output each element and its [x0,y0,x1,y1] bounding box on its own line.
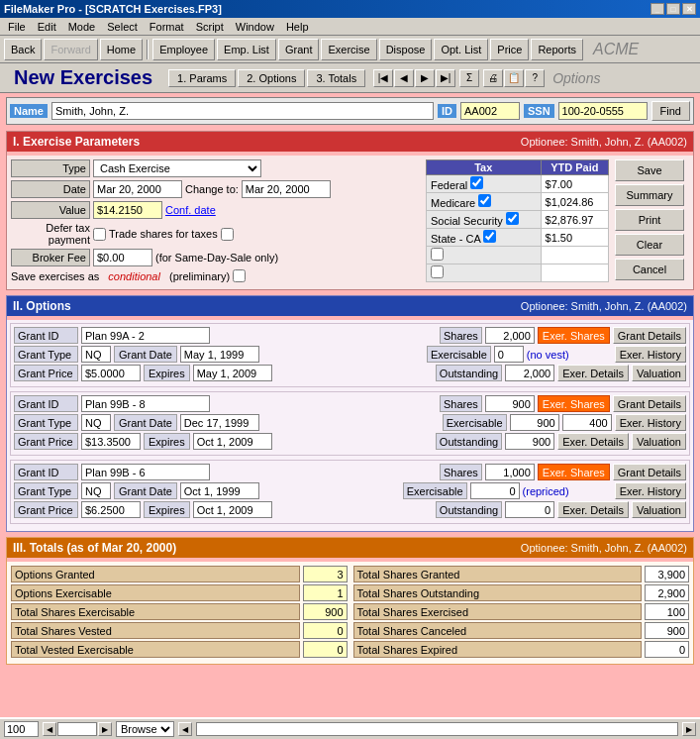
find-button[interactable]: Find [651,101,690,121]
sigma-btn[interactable]: Σ [459,69,479,87]
broker-label: Broker Fee [11,249,90,266]
trade-checkbox[interactable] [221,228,234,241]
grant-button[interactable]: Grant [278,39,320,60]
grant1-valuation-btn[interactable]: Valuation [632,365,686,381]
value-input[interactable] [93,201,162,219]
grant2-exer-details-btn[interactable]: Exer. Details [557,433,629,450]
toolbar: Back Forward Home Employee Emp. List Gra… [0,36,700,63]
extra2-checkbox[interactable] [431,265,444,278]
nav-first[interactable]: |◀ [373,69,393,87]
tab-params[interactable]: 1. Params [168,69,236,87]
forward-button[interactable]: Forward [44,39,97,60]
conf-date-label[interactable]: Conf. date [165,204,216,216]
grant1-expires-label: Expires [144,365,190,381]
main-content: Name ID SSN Find I. Exercise Parameters … [0,93,700,739]
horizontal-scrollbar[interactable] [196,722,678,736]
grant1-details-btn[interactable]: Grant Details [613,327,686,344]
grant3-exercisable-value: 0 [470,482,520,499]
grant3-id-value: Plan 99B - 6 [81,464,210,480]
nav-prev[interactable]: ◀ [394,69,414,87]
dispose-button[interactable]: Dispose [379,39,433,60]
menu-edit[interactable]: Edit [32,20,62,34]
summary-button[interactable]: Summary [615,184,684,206]
vested-exercisable-row: Total Vested Exercisable 0 [11,641,348,658]
menu-script[interactable]: Script [190,20,230,34]
save-button[interactable]: Save [615,159,684,181]
grant3-exer-shares-btn[interactable]: Exer. Shares [538,464,610,480]
grant2-valuation-btn[interactable]: Valuation [632,433,686,450]
tab-totals[interactable]: 3. Totals [307,69,365,87]
value-label: Value [11,201,90,219]
grant1-price-label: Grant Price [14,365,78,381]
print-button[interactable]: Print [615,209,684,231]
totals-body: Options Granted 3 Options Exercisable 1 … [7,562,693,664]
reports-button[interactable]: Reports [531,39,583,60]
grant2-price-value: $13.3500 [81,433,141,450]
zoom-out-btn[interactable]: ◀ [43,722,56,736]
optlist-button[interactable]: Opt. List [434,39,488,60]
maximize-btn[interactable]: □ [666,3,680,15]
zoom-input[interactable] [4,721,39,737]
conditional-checkbox[interactable] [233,269,246,282]
mode-select[interactable]: Browse Find Layout [116,721,174,737]
menu-mode[interactable]: Mode [62,20,102,34]
menu-format[interactable]: Format [144,20,190,34]
extra1-checkbox[interactable] [431,248,444,261]
grant2-history-btn[interactable]: Exer. History [615,414,686,431]
grant3-details-btn[interactable]: Grant Details [613,464,686,480]
medicare-checkbox[interactable] [478,194,491,207]
ssn-input[interactable] [558,102,648,120]
employee-button[interactable]: Employee [152,39,215,60]
exercise-params-section: I. Exercise Parameters Optionee: Smith, … [6,131,694,290]
state-checkbox[interactable] [483,230,496,243]
clear-button[interactable]: Clear [615,234,684,256]
ssn-label: SSN [524,104,554,118]
name-input[interactable] [51,102,434,120]
grant1-exer-details-btn[interactable]: Exer. Details [557,365,629,381]
id-input[interactable] [460,102,520,120]
grant2-price-label: Grant Price [14,433,78,450]
emplist-button[interactable]: Emp. List [217,39,276,60]
grant1-exer-shares-btn[interactable]: Exer. Shares [538,327,610,344]
close-btn[interactable]: ✕ [682,3,696,15]
book-icon-btn[interactable]: 📋 [504,69,524,87]
help-icon-btn[interactable]: ? [525,69,545,87]
home-button[interactable]: Home [100,39,143,60]
nav-last[interactable]: ▶| [436,69,455,87]
menu-select[interactable]: Select [101,20,144,34]
scroll-right-btn[interactable]: ▶ [682,722,696,736]
federal-checkbox[interactable] [470,176,483,189]
price-button[interactable]: Price [490,39,529,60]
tab-options[interactable]: 2. Options [238,69,305,87]
grant3-type-value: NQ [81,482,111,499]
zoom-in-btn[interactable]: ▶ [98,722,112,736]
shares-canceled-row: Total Shares Canceled 900 [353,622,690,639]
grant2-exer-shares-btn[interactable]: Exer. Shares [538,395,610,412]
back-button[interactable]: Back [4,39,42,60]
zoom-slider[interactable] [57,722,97,736]
defer-checkbox[interactable] [93,228,106,241]
minimize-btn[interactable]: _ [650,3,664,15]
options-label: Options [552,70,600,86]
shares-granted-row: Total Shares Granted 3,900 [353,566,690,582]
scroll-left-btn[interactable]: ◀ [178,722,192,736]
change-to-input[interactable] [242,180,331,198]
exercise-button[interactable]: Exercise [321,39,376,60]
cancel-button[interactable]: Cancel [615,259,684,280]
menu-help[interactable]: Help [280,20,315,34]
menu-window[interactable]: Window [230,20,280,34]
grant3-valuation-btn[interactable]: Valuation [632,501,686,518]
medicare-label: Medicare [427,193,542,211]
print-icon-btn[interactable]: 🖨 [483,69,503,87]
date-input[interactable] [93,180,182,198]
ss-checkbox[interactable] [506,212,519,225]
grant1-shares-label: Shares [440,327,482,344]
grant3-history-btn[interactable]: Exer. History [615,482,686,499]
nav-next[interactable]: ▶ [415,69,435,87]
grant2-details-btn[interactable]: Grant Details [613,395,686,412]
grant3-exer-details-btn[interactable]: Exer. Details [557,501,629,518]
type-select[interactable]: Cash Exercise [93,159,261,177]
broker-input[interactable] [93,249,152,266]
grant1-history-btn[interactable]: Exer. History [615,346,686,363]
menu-file[interactable]: File [2,20,32,34]
